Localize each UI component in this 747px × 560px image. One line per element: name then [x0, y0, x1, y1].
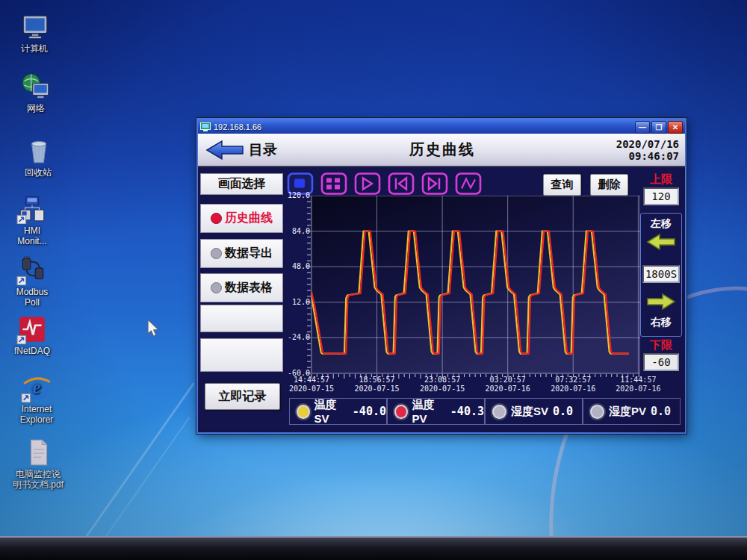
x-tick-time: 23:08:57 [420, 376, 465, 385]
legend-label: 湿度PV [609, 405, 646, 419]
legend-color-icon [492, 405, 506, 419]
desktop-icon-network[interactable]: 网络 [4, 72, 68, 113]
x-tick-date: 2020-07-15 [420, 385, 465, 393]
minimize-button[interactable]: — [635, 121, 650, 134]
grid-view-icon[interactable] [320, 172, 348, 196]
x-tick-date: 2020-07-15 [354, 385, 399, 393]
x-axis-tick: 11:44:572020-07-16 [616, 376, 660, 393]
record-now-button[interactable]: 立即记录 [205, 383, 280, 410]
close-button[interactable]: ✕ [668, 121, 683, 134]
pdf-doc-icon [22, 438, 54, 467]
x-axis-tick: 03:20:572020-07-16 [486, 376, 530, 393]
desktop-icon-computer[interactable]: 计算机 [2, 12, 66, 54]
time-value: 09:46:07 [567, 150, 679, 162]
x-tick-date: 2020-07-16 [551, 385, 595, 393]
legend-row: 温度SV-40.0温度PV-40.3湿度SV0.0湿度PV0.0 [289, 398, 681, 425]
y-axis-tick: 48.0 [282, 262, 310, 270]
sidebar-item-data-export[interactable]: 数据导出 [200, 239, 283, 268]
x-tick-date: 2020-07-15 [289, 385, 334, 393]
desktop-icon-label: 明书文档.pdf [6, 479, 70, 490]
desktop-icon-label: 电脑监控说 [6, 469, 70, 479]
datetime-display: 2020/07/16 09:46:07 [567, 138, 679, 162]
maximize-button[interactable]: ❐ [651, 121, 666, 134]
legend-item[interactable]: 温度PV-40.3 [387, 398, 485, 425]
radio-indicator-icon [211, 248, 222, 259]
delete-button[interactable]: 删除 [590, 174, 628, 196]
legend-label: 温度SV [314, 398, 348, 425]
date-value: 2020/07/16 [567, 138, 679, 150]
page-title: 历史曲线 [317, 140, 567, 160]
legend-label: 温度PV [412, 398, 446, 425]
upper-limit-label: 上限 [642, 172, 681, 187]
desktop-icon-recycle-bin[interactable]: 回收站 [6, 136, 70, 178]
x-axis-tick: 23:08:572020-07-15 [420, 376, 465, 393]
fnetdaq-icon [16, 314, 48, 344]
desktop-icon-label: HMI [0, 225, 64, 236]
modbus-poll-icon [16, 255, 48, 285]
x-tick-time: 07:32:57 [551, 376, 595, 385]
window-titlebar[interactable]: 192.168.1.66 —❐✕ [198, 119, 685, 134]
window-title: 192.168.1.66 [214, 122, 633, 131]
legend-item[interactable]: 温度SV-40.0 [289, 398, 387, 425]
hmi-monitor-icon [16, 194, 48, 224]
y-axis-tick: -24.0 [282, 333, 310, 341]
svg-text:e: e [32, 377, 40, 397]
legend-color-icon [394, 405, 408, 419]
query-button[interactable]: 查询 [543, 174, 581, 196]
skip-start-icon[interactable] [387, 172, 415, 196]
legend-value: -40.0 [353, 405, 386, 418]
x-tick-date: 2020-07-16 [616, 385, 660, 393]
y-axis-tick: 120.0 [282, 191, 310, 199]
x-tick-time: 11:44:57 [616, 376, 660, 385]
desktop-icon-label: 回收站 [6, 167, 70, 178]
back-button-label: 目录 [249, 140, 277, 160]
legend-item[interactable]: 湿度PV0.0 [583, 398, 681, 425]
desktop-icon-hmi-monitor[interactable]: HMIMonit... [0, 194, 64, 246]
photo-of-desktop: 计算机网络回收站HMIMonit...ModbusPollfNetDAQeInt… [0, 0, 747, 560]
back-button[interactable]: 目录 [205, 139, 317, 161]
legend-item[interactable]: 湿度SV0.0 [485, 398, 583, 425]
desktop-icon-label: Monit... [0, 236, 64, 246]
desktop-icon-label: 网络 [4, 103, 68, 113]
desktop-icon-label: Explorer [4, 414, 69, 425]
desktop-icon-internet-explorer[interactable]: eInternetExplorer [4, 373, 69, 425]
legend-color-icon [590, 405, 604, 419]
sidebar-item-label: 数据导出 [225, 246, 273, 261]
sidebar-item-history-curve[interactable]: 历史曲线 [200, 204, 283, 233]
skip-end-icon[interactable] [421, 172, 449, 196]
hmi-app-window: 192.168.1.66 —❐✕ 目录 历史曲线 2020/07/16 [196, 118, 686, 434]
recycle-bin-icon [22, 136, 54, 166]
sidebar-item-label: 历史曲线 [225, 211, 273, 226]
sidebar-item-label: 数据表格 [225, 280, 273, 296]
sidebar-header: 画面选择 [200, 173, 283, 195]
y-axis-tick: 84.0 [282, 227, 310, 235]
window-body: 目录 历史曲线 2020/07/16 09:46:07 画面选择历史曲线数据导出… [198, 134, 685, 429]
x-tick-time: 03:20:57 [486, 376, 530, 385]
internet-explorer-icon: e [21, 373, 52, 402]
back-arrow-icon [205, 139, 244, 161]
header-strip: 目录 历史曲线 2020/07/16 09:46:07 [198, 134, 685, 167]
desktop-icon-modbus-poll[interactable]: ModbusPoll [0, 255, 64, 308]
desktop-icon-label: Modbus [0, 287, 64, 297]
sidebar-item-data-table[interactable]: 数据表格 [200, 273, 283, 302]
x-axis-tick: 07:32:572020-07-16 [551, 376, 595, 393]
play-icon[interactable] [353, 172, 382, 196]
app-icon [200, 122, 211, 131]
x-axis-tick: 14:44:572020-07-15 [289, 376, 334, 393]
desktop-icon-fnetdaq[interactable]: fNetDAQ [0, 314, 64, 356]
x-tick-date: 2020-07-16 [486, 385, 530, 393]
desktop-icon-pdf-doc[interactable]: 电脑监控说明书文档.pdf [6, 438, 70, 490]
legend-label: 湿度SV [511, 405, 548, 419]
curve-icon[interactable] [454, 172, 483, 196]
legend-value: 0.0 [553, 405, 573, 418]
radio-indicator-icon [211, 213, 222, 224]
legend-color-icon [297, 405, 310, 419]
desktop-icon-label: fNetDAQ [0, 346, 64, 356]
y-axis-tick: 12.0 [282, 298, 310, 306]
desktop-icon-label: 计算机 [2, 43, 66, 54]
desktop-icon-label: Poll [0, 297, 64, 308]
x-tick-time: 14:44:57 [289, 376, 334, 385]
trend-toolbar [286, 172, 483, 197]
radio-indicator-icon [211, 282, 222, 293]
trend-plot[interactable] [306, 196, 640, 380]
